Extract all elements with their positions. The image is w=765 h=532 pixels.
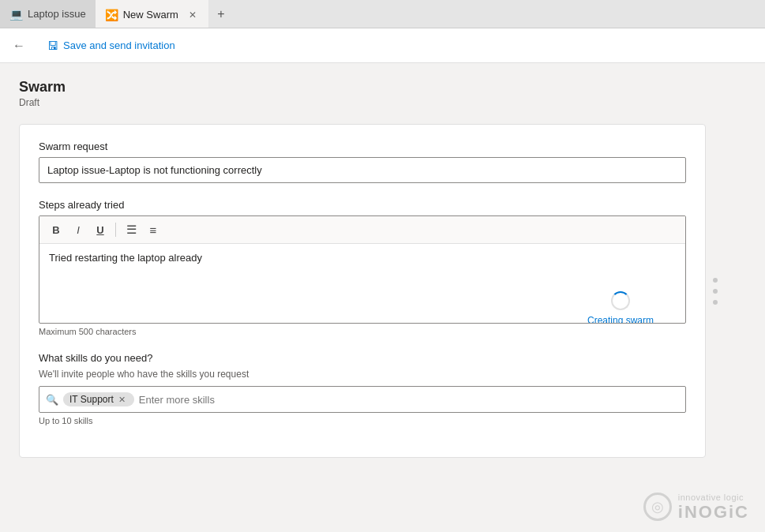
underline-button[interactable]: U — [90, 219, 111, 240]
skill-tag-remove-button[interactable]: ✕ — [117, 394, 128, 405]
tab-close-button[interactable]: ✕ — [186, 9, 199, 21]
dot-3 — [713, 300, 718, 305]
page-subtitle: Draft — [19, 97, 746, 108]
add-tab-icon: + — [217, 7, 224, 21]
save-send-invitation-button[interactable]: 🖫 Save and send invitation — [41, 36, 182, 55]
skills-limit-note: Up to 10 skills — [39, 416, 686, 425]
main-content: Swarm Draft Swarm request Steps already … — [0, 63, 765, 532]
swarm-request-group: Swarm request — [39, 140, 686, 183]
add-tab-button[interactable]: + — [208, 0, 234, 28]
skill-search-icon: 🔍 — [46, 394, 58, 406]
dot-1 — [713, 278, 718, 283]
brand-name: iNOGiC — [678, 502, 749, 523]
dot-2 — [713, 289, 718, 294]
laptop-icon: 💻 — [9, 8, 23, 21]
tab-new-swarm-label: New Swarm — [123, 9, 178, 21]
steps-tried-group: Steps already tried B I U ☰ — [39, 199, 686, 336]
tab-laptop-issue-label: Laptop issue — [28, 8, 86, 20]
swarm-request-label: Swarm request — [39, 140, 686, 152]
toolbar-divider — [115, 223, 116, 237]
skills-label: What skills do you need? — [39, 352, 686, 364]
skill-tag-label: IT Support — [69, 394, 114, 405]
italic-button[interactable]: I — [68, 219, 88, 240]
footer-brand: ◎ innovative logic iNOGiC — [643, 493, 749, 523]
right-dots — [713, 278, 718, 305]
form-card: Swarm request Steps already tried B I U — [19, 124, 706, 458]
editor-body[interactable]: Tried restarting the laptop already Crea… — [39, 244, 685, 323]
back-button[interactable]: ← — [9, 36, 28, 55]
skills-text-input[interactable] — [139, 394, 679, 406]
numbered-list-icon: ≡ — [150, 223, 157, 237]
brand-wrapper: ◎ innovative logic iNOGiC — [643, 493, 749, 523]
page-title: Swarm — [19, 79, 746, 96]
tab-bar: 💻 Laptop issue 🔀 New Swarm ✕ + — [0, 0, 765, 28]
bold-button[interactable]: B — [46, 219, 66, 240]
swarm-request-input[interactable] — [39, 157, 686, 183]
back-icon: ← — [13, 39, 25, 53]
rich-editor-wrapper: B I U ☰ ≡ Trie — [39, 215, 686, 324]
creating-swarm-text: Creating swarm — [587, 315, 654, 324]
skill-tag-it-support[interactable]: IT Support ✕ — [63, 392, 134, 406]
editor-toolbar: B I U ☰ ≡ — [39, 216, 685, 244]
swarm-icon: 🔀 — [105, 9, 118, 21]
char-limit-note: Maximum 500 characters — [39, 327, 686, 336]
numbered-list-button[interactable]: ≡ — [143, 219, 163, 240]
bullet-list-button[interactable]: ☰ — [121, 219, 141, 240]
loading-spinner — [611, 291, 630, 310]
tab-new-swarm[interactable]: 🔀 New Swarm ✕ — [96, 0, 208, 28]
brand-text-wrapper: innovative logic iNOGiC — [678, 493, 749, 523]
creating-swarm-overlay: Creating swarm — [587, 291, 654, 324]
italic-icon: I — [77, 224, 80, 236]
save-send-label: Save and send invitation — [63, 39, 175, 51]
brand-circle-icon: ◎ — [643, 493, 672, 521]
brand-tagline: innovative logic — [678, 493, 749, 502]
bold-icon: B — [52, 224, 59, 236]
bullet-list-icon: ☰ — [126, 223, 137, 237]
underline-icon: U — [96, 224, 103, 236]
save-icon: 🖫 — [47, 39, 58, 52]
tab-laptop-issue[interactable]: 💻 Laptop issue — [0, 0, 96, 28]
skills-group: What skills do you need? We'll invite pe… — [39, 352, 686, 425]
toolbar: ← 🖫 Save and send invitation — [0, 28, 765, 63]
skills-input-wrapper[interactable]: 🔍 IT Support ✕ — [39, 386, 686, 413]
steps-tried-label: Steps already tried — [39, 199, 686, 211]
editor-text-content: Tried restarting the laptop already — [49, 252, 676, 264]
skills-description: We'll invite people who have the skills … — [39, 369, 686, 380]
